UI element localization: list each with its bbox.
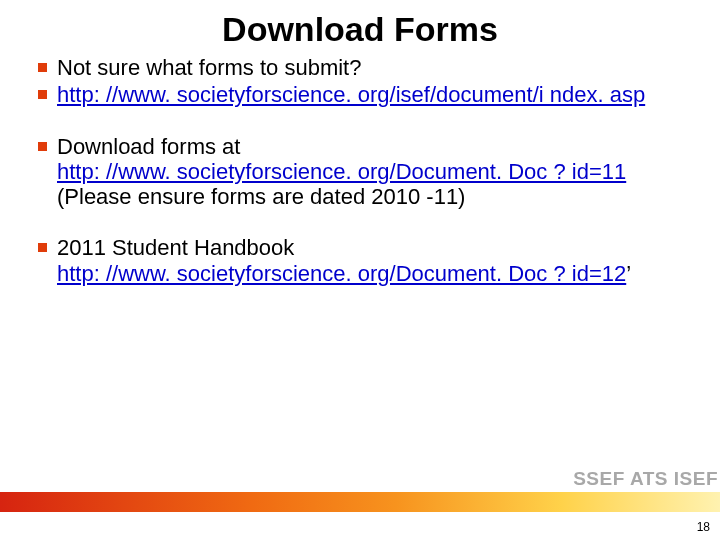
footer-label: SSEF ATS ISEF	[573, 468, 718, 490]
hyperlink: http: //www. societyforscience. org/Docu…	[57, 261, 626, 286]
hyperlink: http: //www. societyforscience. org/isef…	[57, 82, 645, 107]
hyperlink: http: //www. societyforscience. org/Docu…	[57, 159, 626, 184]
bullet-group: Not sure what forms to submit? http: //w…	[38, 55, 686, 108]
bullet-square-icon	[38, 90, 47, 99]
text-run: 2011 Student Handbook	[57, 235, 294, 260]
bullet-item: 2011 Student Handbook http: //www. socie…	[38, 235, 686, 286]
text-run: Download forms at	[57, 134, 240, 159]
page-number: 18	[697, 520, 710, 534]
slide: Download Forms Not sure what forms to su…	[0, 0, 720, 540]
bullet-text: Download forms at http: //www. societyfo…	[57, 134, 686, 210]
text-run: ’	[626, 261, 631, 286]
slide-title: Download Forms	[0, 0, 720, 55]
bullet-square-icon	[38, 243, 47, 252]
bullet-item: Download forms at http: //www. societyfo…	[38, 134, 686, 210]
bullet-text: Not sure what forms to submit?	[57, 55, 686, 80]
bullet-item: http: //www. societyforscience. org/isef…	[38, 82, 686, 107]
bullet-item: Not sure what forms to submit?	[38, 55, 686, 80]
bullet-group: Download forms at http: //www. societyfo…	[38, 134, 686, 210]
bullet-group: 2011 Student Handbook http: //www. socie…	[38, 235, 686, 286]
bullet-text: http: //www. societyforscience. org/isef…	[57, 82, 686, 107]
footer-gradient-bar	[0, 492, 720, 512]
text-run: Not sure what forms to submit?	[57, 55, 361, 80]
bullet-square-icon	[38, 142, 47, 151]
bullet-square-icon	[38, 63, 47, 72]
bullet-text: 2011 Student Handbook http: //www. socie…	[57, 235, 686, 286]
text-run: (Please ensure forms are dated 2010 -11)	[57, 184, 465, 209]
slide-content: Not sure what forms to submit? http: //w…	[0, 55, 720, 286]
